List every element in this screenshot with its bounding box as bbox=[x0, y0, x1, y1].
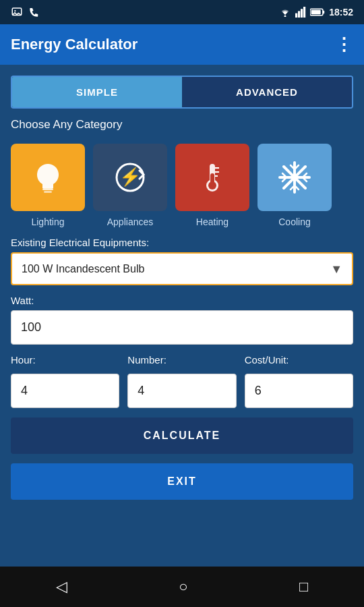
signal-icon bbox=[295, 6, 306, 18]
battery-icon bbox=[310, 7, 325, 17]
phone-icon bbox=[28, 6, 40, 18]
image-icon bbox=[11, 6, 23, 18]
nav-back-icon[interactable]: ◁ bbox=[56, 578, 67, 596]
category-lighting[interactable]: Lighting bbox=[11, 144, 85, 227]
menu-button[interactable]: ⋮ bbox=[335, 34, 353, 55]
cost-group: Cost/Unit: bbox=[245, 354, 353, 408]
appliances-icon-box: ⚡ bbox=[93, 144, 167, 211]
hour-group: Hour: bbox=[11, 354, 119, 408]
svg-text:⚡: ⚡ bbox=[119, 166, 142, 187]
thermometer-icon bbox=[192, 157, 233, 198]
svg-rect-3 bbox=[295, 13, 297, 18]
tab-bar: SIMPLE ADVANCED bbox=[11, 76, 353, 109]
svg-rect-8 bbox=[323, 11, 324, 14]
status-bar-right: 18:52 bbox=[279, 6, 353, 18]
svg-rect-10 bbox=[42, 188, 53, 190]
heating-icon-box bbox=[175, 144, 249, 211]
tab-simple[interactable]: SIMPLE bbox=[12, 77, 182, 107]
row-inputs: Hour: Number: Cost/Unit: bbox=[11, 354, 353, 408]
watt-input[interactable] bbox=[11, 310, 353, 345]
equipment-section: Existing Electrical Equipments: 100 W In… bbox=[11, 237, 353, 285]
clock: 18:52 bbox=[329, 7, 353, 18]
calculate-button[interactable]: CALCULATE bbox=[11, 417, 353, 454]
watt-label: Watt: bbox=[11, 295, 353, 306]
app-bar: Energy Calculator ⋮ bbox=[0, 24, 364, 65]
exit-button[interactable]: EXIT bbox=[11, 463, 353, 500]
status-bar-left bbox=[11, 6, 40, 18]
svg-rect-9 bbox=[311, 10, 321, 14]
app-title: Energy Calculator bbox=[11, 36, 138, 53]
nav-home-icon[interactable]: ○ bbox=[179, 578, 187, 596]
cooling-label: Cooling bbox=[278, 216, 310, 227]
watt-section: Watt: bbox=[11, 295, 353, 345]
number-group: Number: bbox=[127, 354, 236, 408]
svg-rect-6 bbox=[303, 7, 305, 18]
hour-input[interactable] bbox=[11, 374, 119, 408]
nav-bar: ◁ ○ □ bbox=[0, 567, 364, 607]
number-input[interactable] bbox=[127, 374, 236, 408]
svg-point-2 bbox=[284, 16, 286, 18]
main-content: SIMPLE ADVANCED Choose Any Category Ligh… bbox=[0, 65, 364, 567]
category-list: Lighting ⚡ Appliances bbox=[11, 144, 353, 227]
cost-input[interactable] bbox=[245, 374, 353, 408]
svg-point-25 bbox=[291, 174, 298, 181]
svg-point-17 bbox=[208, 181, 216, 190]
category-title: Choose Any Category bbox=[11, 118, 353, 132]
svg-point-1 bbox=[14, 10, 16, 11]
hour-label: Hour: bbox=[11, 354, 119, 366]
equipment-select[interactable]: 100 W Incandescent Bulb bbox=[12, 254, 352, 284]
nav-recent-icon[interactable]: □ bbox=[299, 578, 308, 596]
equipment-label: Existing Electrical Equipments: bbox=[11, 237, 353, 248]
heating-label: Heating bbox=[196, 216, 229, 227]
lighting-icon-box bbox=[11, 144, 85, 211]
appliances-label: Appliances bbox=[107, 216, 154, 227]
category-heating[interactable]: Heating bbox=[175, 144, 249, 227]
lightbulb-icon bbox=[28, 157, 68, 198]
wifi-icon bbox=[279, 7, 291, 17]
cooling-icon-box bbox=[257, 144, 332, 211]
category-section: Choose Any Category bbox=[11, 118, 353, 134]
category-cooling[interactable]: Cooling bbox=[257, 144, 332, 227]
svg-rect-11 bbox=[44, 191, 52, 193]
appliances-icon: ⚡ bbox=[110, 157, 150, 198]
equipment-select-wrapper: 100 W Incandescent Bulb ▼ bbox=[11, 252, 353, 285]
tab-advanced[interactable]: ADVANCED bbox=[182, 77, 352, 107]
snowflake-icon bbox=[274, 157, 315, 198]
cost-label: Cost/Unit: bbox=[245, 354, 353, 366]
number-label: Number: bbox=[127, 354, 236, 366]
category-appliances[interactable]: ⚡ Appliances bbox=[93, 144, 167, 227]
lighting-label: Lighting bbox=[31, 216, 64, 227]
status-bar: 18:52 bbox=[0, 0, 364, 24]
svg-rect-5 bbox=[301, 9, 303, 18]
svg-rect-4 bbox=[298, 11, 300, 18]
